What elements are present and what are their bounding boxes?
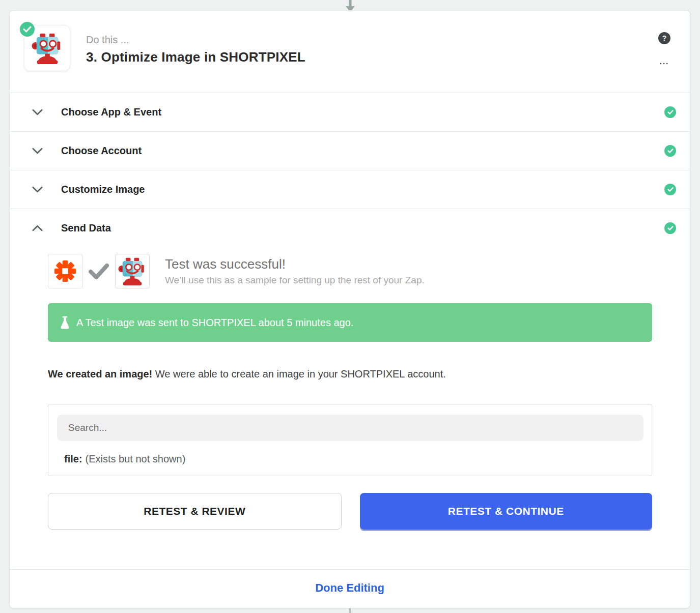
section-choose-account[interactable]: Choose Account — [10, 131, 690, 170]
done-editing-link[interactable]: Done Editing — [315, 581, 384, 595]
step-header-text: Do this ... 3. Optimize Image in SHORTPI… — [86, 25, 305, 93]
section-label: Send Data — [61, 222, 111, 234]
file-value: (Exists but not shown) — [86, 453, 186, 464]
step-complete-check-icon — [18, 20, 36, 38]
section-complete-check-icon — [664, 222, 676, 234]
test-status-text: Test was successful! We’ll use this as a… — [165, 256, 425, 286]
chevron-down-icon — [32, 148, 43, 154]
retest-review-button[interactable]: RETEST & REVIEW — [48, 493, 342, 530]
section-label: Choose Account — [61, 145, 142, 157]
shortpixel-app-box — [115, 254, 150, 288]
zapier-asterisk-icon — [53, 259, 77, 283]
retest-buttons-row: RETEST & REVIEW RETEST & CONTINUE — [48, 493, 652, 530]
result-heading-rest: We were able to create an image in your … — [152, 368, 446, 380]
chevron-up-icon — [32, 225, 43, 231]
header-controls: ? ... — [654, 25, 675, 93]
test-status-subtitle: We’ll use this as a sample for setting u… — [165, 275, 425, 286]
zapier-logo-box — [48, 254, 82, 288]
file-key: file: — [64, 453, 82, 464]
test-success-banner: A Test image was sent to SHORTPIXEL abou… — [48, 303, 652, 342]
flask-icon — [60, 316, 70, 330]
result-data-card: file:(Exists but not shown) — [48, 404, 652, 476]
flow-connector-line — [349, 608, 351, 613]
help-icon[interactable]: ? — [658, 32, 670, 44]
shortpixel-robot-icon — [118, 257, 147, 285]
section-complete-check-icon — [664, 184, 676, 195]
section-label: Customize Image — [61, 184, 145, 195]
section-complete-check-icon — [664, 106, 676, 118]
result-heading: We created an image! We were able to cre… — [48, 368, 652, 380]
test-status-title: Test was successful! — [165, 256, 425, 272]
test-status-row: Test was successful! We’ll use this as a… — [48, 254, 652, 288]
section-choose-app-event[interactable]: Choose App & Event — [10, 93, 690, 131]
retest-continue-button[interactable]: RETEST & CONTINUE — [360, 493, 653, 530]
search-input[interactable] — [57, 415, 643, 441]
section-label: Choose App & Event — [61, 106, 161, 118]
banner-message: A Test image was sent to SHORTPIXEL abou… — [76, 317, 353, 329]
file-result-row: file:(Exists but not shown) — [57, 453, 643, 465]
step-header: Do this ... 3. Optimize Image in SHORTPI… — [10, 11, 690, 93]
step-kicker: Do this ... — [86, 34, 305, 46]
step-title: 3. Optimize Image in SHORTPIXEL — [86, 49, 305, 65]
test-check-icon — [89, 264, 109, 279]
step-footer: Done Editing — [10, 569, 690, 606]
send-data-content: Test was successful! We’ll use this as a… — [10, 247, 690, 569]
section-complete-check-icon — [664, 145, 676, 157]
chevron-down-icon — [32, 109, 43, 115]
section-customize-image[interactable]: Customize Image — [10, 170, 690, 209]
section-send-data[interactable]: Send Data — [10, 209, 690, 247]
zap-step-card: Do this ... 3. Optimize Image in SHORTPI… — [9, 10, 690, 608]
app-icon — [24, 25, 70, 71]
chevron-down-icon — [32, 186, 43, 193]
more-options-icon[interactable]: ... — [660, 59, 669, 64]
shortpixel-robot-icon — [32, 33, 63, 64]
result-heading-bold: We created an image! — [48, 368, 152, 380]
